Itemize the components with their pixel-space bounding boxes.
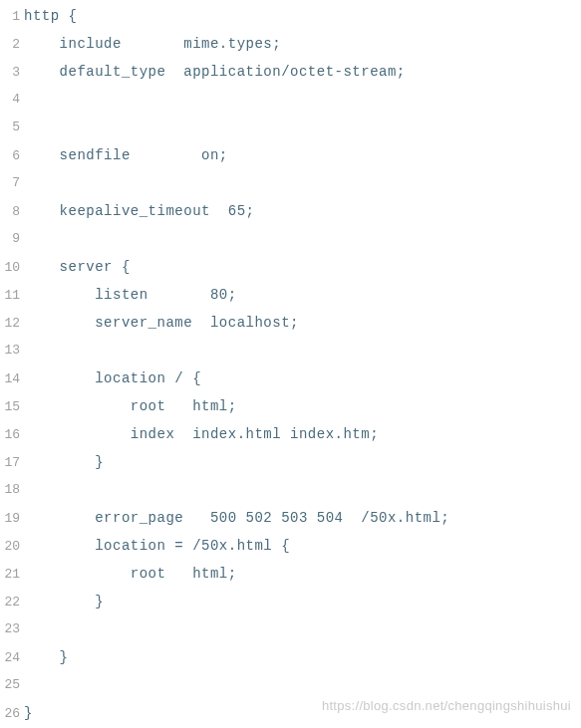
line-number: 3 [0,59,24,87]
line-number: 25 [0,671,24,699]
line-number: 19 [0,505,24,533]
code-line: 3 default_type application/octet-stream; [0,58,581,86]
code-text: include mime.types; [24,30,281,58]
line-number: 1 [0,3,24,31]
line-number: 4 [0,86,24,114]
line-number: 5 [0,114,24,141]
line-number: 26 [0,700,24,728]
code-text: location / { [24,364,201,392]
code-text: } [24,448,104,476]
line-number: 20 [0,533,24,561]
code-text: location = /50x.html { [24,532,290,560]
code-text: error_page 500 502 503 504 /50x.html; [24,504,449,532]
code-text: server_name localhost; [24,309,299,337]
code-line: 9 [0,225,581,253]
code-line: 11 listen 80; [0,281,581,309]
code-line: 13 [0,337,581,364]
code-text: http { [24,2,77,30]
code-text: root html; [24,392,237,420]
code-text: keepalive_timeout 65; [24,197,254,225]
line-number: 15 [0,393,24,421]
line-number: 18 [0,476,24,504]
line-number: 23 [0,615,24,643]
code-line: 1http { [0,2,581,30]
line-number: 7 [0,169,24,197]
code-line: 14 location / { [0,364,581,392]
code-line: 20 location = /50x.html { [0,532,581,560]
code-line: 15 root html; [0,392,581,420]
code-line: 22 } [0,588,581,615]
code-line: 8 keepalive_timeout 65; [0,197,581,225]
code-text: root html; [24,560,237,588]
code-block: 1http { 2 include mime.types; 3 default_… [0,0,581,727]
line-number: 12 [0,310,24,338]
code-line: 21 root html; [0,560,581,588]
line-number: 17 [0,449,24,477]
code-text: } [24,643,69,671]
code-line: 26} [0,699,581,727]
code-text: } [24,588,104,615]
code-text: listen 80; [24,281,237,309]
line-number: 6 [0,142,24,170]
line-number: 11 [0,282,24,310]
code-line: 12 server_name localhost; [0,309,581,337]
code-line: 17 } [0,448,581,476]
line-number: 24 [0,644,24,672]
code-line: 6 sendfile on; [0,141,581,169]
line-number: 13 [0,337,24,364]
line-number: 16 [0,421,24,449]
code-line: 7 [0,169,581,197]
code-line: 4 [0,86,581,114]
code-text: sendfile on; [24,141,228,169]
code-line: 18 [0,476,581,504]
code-text: } [24,699,33,727]
line-number: 14 [0,365,24,393]
code-line: 23 [0,615,581,643]
line-number: 2 [0,31,24,59]
code-text: default_type application/octet-stream; [24,58,406,86]
code-line: 16 index index.html index.htm; [0,420,581,448]
code-line: 5 [0,114,581,141]
code-text: index index.html index.htm; [24,420,379,448]
code-line: 19 error_page 500 502 503 504 /50x.html; [0,504,581,532]
code-line: 2 include mime.types; [0,30,581,58]
line-number: 9 [0,225,24,253]
line-number: 8 [0,198,24,226]
code-line: 24 } [0,643,581,671]
line-number: 22 [0,589,24,616]
code-line: 10 server { [0,253,581,281]
code-line: 25 [0,671,581,699]
line-number: 21 [0,561,24,589]
line-number: 10 [0,254,24,282]
code-text: server { [24,253,131,281]
